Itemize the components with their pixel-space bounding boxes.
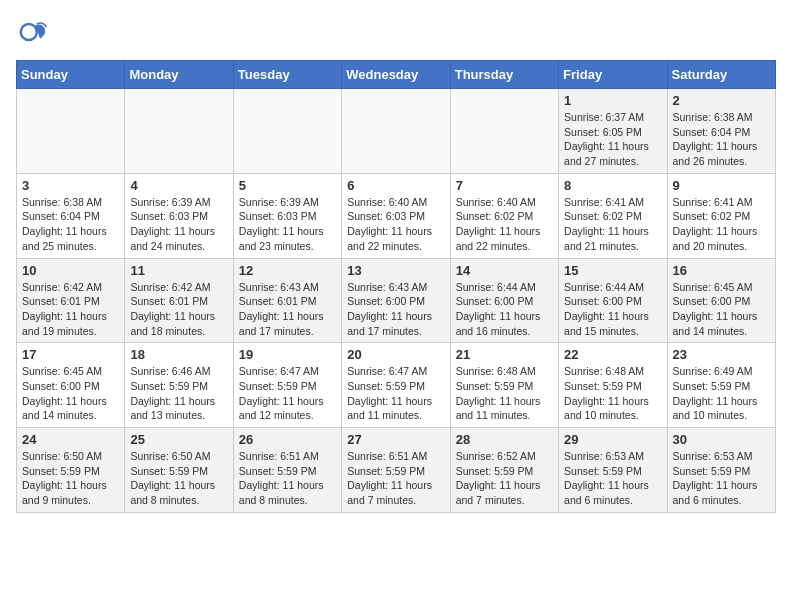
- day-info: Sunrise: 6:50 AM Sunset: 5:59 PM Dayligh…: [22, 449, 119, 508]
- day-info: Sunrise: 6:43 AM Sunset: 6:01 PM Dayligh…: [239, 280, 336, 339]
- day-info: Sunrise: 6:41 AM Sunset: 6:02 PM Dayligh…: [564, 195, 661, 254]
- day-number: 18: [130, 347, 227, 362]
- day-number: 25: [130, 432, 227, 447]
- day-info: Sunrise: 6:47 AM Sunset: 5:59 PM Dayligh…: [347, 364, 444, 423]
- calendar-cell: [125, 89, 233, 174]
- day-number: 24: [22, 432, 119, 447]
- svg-point-0: [21, 24, 37, 40]
- day-info: Sunrise: 6:47 AM Sunset: 5:59 PM Dayligh…: [239, 364, 336, 423]
- day-info: Sunrise: 6:42 AM Sunset: 6:01 PM Dayligh…: [130, 280, 227, 339]
- day-info: Sunrise: 6:52 AM Sunset: 5:59 PM Dayligh…: [456, 449, 553, 508]
- logo-icon: [16, 16, 48, 48]
- day-info: Sunrise: 6:50 AM Sunset: 5:59 PM Dayligh…: [130, 449, 227, 508]
- day-info: Sunrise: 6:40 AM Sunset: 6:02 PM Dayligh…: [456, 195, 553, 254]
- calendar-cell: 18Sunrise: 6:46 AM Sunset: 5:59 PM Dayli…: [125, 343, 233, 428]
- calendar-cell: 24Sunrise: 6:50 AM Sunset: 5:59 PM Dayli…: [17, 428, 125, 513]
- day-number: 9: [673, 178, 770, 193]
- day-number: 30: [673, 432, 770, 447]
- day-info: Sunrise: 6:39 AM Sunset: 6:03 PM Dayligh…: [239, 195, 336, 254]
- calendar-week-0: 1Sunrise: 6:37 AM Sunset: 6:05 PM Daylig…: [17, 89, 776, 174]
- calendar-cell: [342, 89, 450, 174]
- day-info: Sunrise: 6:42 AM Sunset: 6:01 PM Dayligh…: [22, 280, 119, 339]
- calendar-cell: 19Sunrise: 6:47 AM Sunset: 5:59 PM Dayli…: [233, 343, 341, 428]
- header-monday: Monday: [125, 61, 233, 89]
- day-info: Sunrise: 6:44 AM Sunset: 6:00 PM Dayligh…: [456, 280, 553, 339]
- day-number: 22: [564, 347, 661, 362]
- calendar-cell: [17, 89, 125, 174]
- calendar-cell: 13Sunrise: 6:43 AM Sunset: 6:00 PM Dayli…: [342, 258, 450, 343]
- header-tuesday: Tuesday: [233, 61, 341, 89]
- day-number: 5: [239, 178, 336, 193]
- day-info: Sunrise: 6:51 AM Sunset: 5:59 PM Dayligh…: [347, 449, 444, 508]
- day-number: 28: [456, 432, 553, 447]
- header-thursday: Thursday: [450, 61, 558, 89]
- day-number: 1: [564, 93, 661, 108]
- day-number: 4: [130, 178, 227, 193]
- calendar-week-4: 24Sunrise: 6:50 AM Sunset: 5:59 PM Dayli…: [17, 428, 776, 513]
- calendar-cell: [233, 89, 341, 174]
- calendar-cell: 8Sunrise: 6:41 AM Sunset: 6:02 PM Daylig…: [559, 173, 667, 258]
- header-wednesday: Wednesday: [342, 61, 450, 89]
- logo: [16, 16, 52, 48]
- calendar-header-row: SundayMondayTuesdayWednesdayThursdayFrid…: [17, 61, 776, 89]
- calendar-cell: 14Sunrise: 6:44 AM Sunset: 6:00 PM Dayli…: [450, 258, 558, 343]
- calendar-week-1: 3Sunrise: 6:38 AM Sunset: 6:04 PM Daylig…: [17, 173, 776, 258]
- day-number: 17: [22, 347, 119, 362]
- day-info: Sunrise: 6:38 AM Sunset: 6:04 PM Dayligh…: [673, 110, 770, 169]
- day-number: 7: [456, 178, 553, 193]
- calendar-cell: 27Sunrise: 6:51 AM Sunset: 5:59 PM Dayli…: [342, 428, 450, 513]
- day-number: 10: [22, 263, 119, 278]
- calendar-cell: 12Sunrise: 6:43 AM Sunset: 6:01 PM Dayli…: [233, 258, 341, 343]
- day-info: Sunrise: 6:40 AM Sunset: 6:03 PM Dayligh…: [347, 195, 444, 254]
- day-number: 15: [564, 263, 661, 278]
- calendar-cell: 7Sunrise: 6:40 AM Sunset: 6:02 PM Daylig…: [450, 173, 558, 258]
- day-info: Sunrise: 6:53 AM Sunset: 5:59 PM Dayligh…: [673, 449, 770, 508]
- day-number: 8: [564, 178, 661, 193]
- header-sunday: Sunday: [17, 61, 125, 89]
- calendar-cell: 4Sunrise: 6:39 AM Sunset: 6:03 PM Daylig…: [125, 173, 233, 258]
- day-number: 26: [239, 432, 336, 447]
- calendar-cell: 20Sunrise: 6:47 AM Sunset: 5:59 PM Dayli…: [342, 343, 450, 428]
- day-number: 21: [456, 347, 553, 362]
- calendar-week-3: 17Sunrise: 6:45 AM Sunset: 6:00 PM Dayli…: [17, 343, 776, 428]
- day-info: Sunrise: 6:45 AM Sunset: 6:00 PM Dayligh…: [22, 364, 119, 423]
- day-info: Sunrise: 6:53 AM Sunset: 5:59 PM Dayligh…: [564, 449, 661, 508]
- header-saturday: Saturday: [667, 61, 775, 89]
- calendar-cell: 9Sunrise: 6:41 AM Sunset: 6:02 PM Daylig…: [667, 173, 775, 258]
- calendar-cell: 16Sunrise: 6:45 AM Sunset: 6:00 PM Dayli…: [667, 258, 775, 343]
- day-number: 23: [673, 347, 770, 362]
- header-friday: Friday: [559, 61, 667, 89]
- day-info: Sunrise: 6:46 AM Sunset: 5:59 PM Dayligh…: [130, 364, 227, 423]
- day-number: 13: [347, 263, 444, 278]
- day-info: Sunrise: 6:48 AM Sunset: 5:59 PM Dayligh…: [564, 364, 661, 423]
- day-info: Sunrise: 6:37 AM Sunset: 6:05 PM Dayligh…: [564, 110, 661, 169]
- day-number: 27: [347, 432, 444, 447]
- calendar-cell: 11Sunrise: 6:42 AM Sunset: 6:01 PM Dayli…: [125, 258, 233, 343]
- calendar-cell: 26Sunrise: 6:51 AM Sunset: 5:59 PM Dayli…: [233, 428, 341, 513]
- calendar-cell: 25Sunrise: 6:50 AM Sunset: 5:59 PM Dayli…: [125, 428, 233, 513]
- day-number: 12: [239, 263, 336, 278]
- calendar-cell: 6Sunrise: 6:40 AM Sunset: 6:03 PM Daylig…: [342, 173, 450, 258]
- day-info: Sunrise: 6:39 AM Sunset: 6:03 PM Dayligh…: [130, 195, 227, 254]
- day-number: 6: [347, 178, 444, 193]
- day-info: Sunrise: 6:43 AM Sunset: 6:00 PM Dayligh…: [347, 280, 444, 339]
- day-number: 14: [456, 263, 553, 278]
- calendar-cell: 5Sunrise: 6:39 AM Sunset: 6:03 PM Daylig…: [233, 173, 341, 258]
- calendar-cell: 15Sunrise: 6:44 AM Sunset: 6:00 PM Dayli…: [559, 258, 667, 343]
- day-number: 20: [347, 347, 444, 362]
- calendar-cell: 10Sunrise: 6:42 AM Sunset: 6:01 PM Dayli…: [17, 258, 125, 343]
- day-info: Sunrise: 6:41 AM Sunset: 6:02 PM Dayligh…: [673, 195, 770, 254]
- calendar-table: SundayMondayTuesdayWednesdayThursdayFrid…: [16, 60, 776, 513]
- day-number: 11: [130, 263, 227, 278]
- calendar-cell: [450, 89, 558, 174]
- day-number: 3: [22, 178, 119, 193]
- calendar-cell: 28Sunrise: 6:52 AM Sunset: 5:59 PM Dayli…: [450, 428, 558, 513]
- calendar-cell: 1Sunrise: 6:37 AM Sunset: 6:05 PM Daylig…: [559, 89, 667, 174]
- day-info: Sunrise: 6:51 AM Sunset: 5:59 PM Dayligh…: [239, 449, 336, 508]
- day-info: Sunrise: 6:38 AM Sunset: 6:04 PM Dayligh…: [22, 195, 119, 254]
- day-number: 19: [239, 347, 336, 362]
- day-number: 16: [673, 263, 770, 278]
- page-header: [16, 16, 776, 48]
- calendar-cell: 23Sunrise: 6:49 AM Sunset: 5:59 PM Dayli…: [667, 343, 775, 428]
- day-number: 2: [673, 93, 770, 108]
